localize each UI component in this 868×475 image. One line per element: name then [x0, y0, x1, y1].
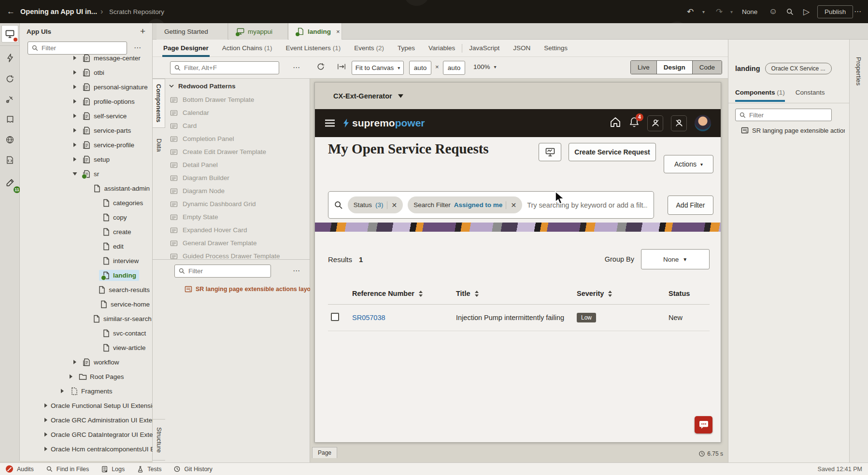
zoom-select[interactable]: 100%▾ — [473, 63, 497, 70]
redwood-patterns-section-header[interactable]: Redwood Patterns — [169, 83, 236, 90]
extension-scope-pill[interactable]: Oracle CX Service ... — [765, 63, 832, 74]
chevron-right-icon[interactable] — [44, 418, 48, 422]
component-item-diagram-builder[interactable]: Diagram Builder — [169, 171, 310, 184]
column-header-status[interactable]: Status — [669, 290, 707, 297]
chevron-right-icon[interactable] — [44, 432, 48, 437]
action-chains-rail-icon[interactable] — [1, 49, 18, 67]
tab-page-designer[interactable]: Page Designer — [157, 40, 215, 57]
chevron-right-icon[interactable] — [70, 128, 80, 133]
mode-code[interactable]: Code — [693, 61, 722, 74]
chevron-down-icon[interactable] — [70, 172, 80, 176]
avatar[interactable] — [695, 115, 711, 131]
tree-item-copy[interactable]: copy — [20, 210, 153, 224]
tree-item-service-home[interactable]: service-home — [20, 297, 153, 311]
chevron-right-icon[interactable] — [70, 70, 80, 75]
editor-tab-landing[interactable]: landing× — [289, 23, 342, 40]
tab-variables[interactable]: Variables — [422, 40, 462, 57]
chevron-right-icon[interactable] — [70, 157, 80, 162]
service-request-search-bar[interactable]: Status (3) ✕ Search Filter Assigned to m… — [328, 191, 654, 219]
tab-action-chains[interactable]: Action Chains(1) — [215, 40, 279, 57]
add-app-ui-icon[interactable]: + — [140, 26, 145, 37]
chevron-right-icon[interactable] — [70, 56, 80, 60]
preview-icon[interactable]: ▷ — [803, 0, 810, 23]
resize-canvas-icon[interactable] — [337, 63, 346, 70]
undo-menu-caret[interactable]: ▾ — [702, 0, 705, 23]
chevron-right-icon[interactable] — [44, 403, 48, 408]
component-item-bottom-drawer-template[interactable]: Bottom Drawer Template — [169, 93, 310, 106]
chevron-right-icon[interactable] — [66, 374, 76, 379]
sandbox-mode[interactable]: None — [742, 0, 757, 23]
tree-item-otbi[interactable]: otbi — [20, 65, 153, 80]
component-item-dynamic-dashboard-grid[interactable]: Dynamic Dashboard Grid — [169, 197, 310, 210]
tree-item-interview[interactable]: interview — [20, 253, 153, 268]
component-item-create-edit-drawer-template[interactable]: Create Edit Drawer Template — [169, 145, 310, 158]
component-item-detail-panel[interactable]: Detail Panel — [169, 158, 310, 171]
extensions-rail-icon[interactable] — [1, 111, 18, 128]
component-item-empty-state[interactable]: Empty State — [169, 210, 310, 224]
publish-button[interactable]: Publish — [817, 5, 853, 18]
globe-rail-icon[interactable] — [1, 131, 18, 148]
layouts-filter-menu-icon[interactable]: ⋯ — [293, 266, 300, 275]
presentation-mode-button[interactable] — [539, 143, 561, 161]
chevron-right-icon[interactable] — [44, 447, 48, 451]
chevron-down-icon[interactable] — [398, 94, 403, 98]
component-item-calendar[interactable]: Calendar — [169, 106, 310, 119]
tree-item-search-results[interactable]: search-results — [20, 282, 153, 297]
processes-rail-icon[interactable] — [1, 70, 18, 87]
tree-item-fragments[interactable]: Fragments — [20, 384, 153, 398]
source-files-rail-icon[interactable] — [1, 151, 18, 168]
search-icon[interactable] — [786, 0, 794, 23]
components-filter-menu-icon[interactable]: ⋯ — [293, 63, 300, 72]
tree-item-svc-contact[interactable]: svc-contact — [20, 326, 153, 340]
git-history-button[interactable]: Git History — [174, 466, 212, 473]
chevron-right-icon[interactable] — [57, 389, 67, 393]
chevron-right-icon[interactable] — [70, 84, 80, 89]
tree-item-setup[interactable]: setup — [20, 152, 153, 167]
tree-item-oracle-grc-dataintegrator-ui-exten[interactable]: Oracle GRC DataIntegrator UI Exten — [20, 427, 153, 442]
component-item-diagram-node[interactable]: Diagram Node — [169, 184, 310, 197]
tree-item-message-center[interactable]: message-center — [20, 51, 153, 65]
tab-event-listeners[interactable]: Event Listeners(1) — [279, 40, 348, 57]
canvas-height-input[interactable]: auto — [443, 61, 465, 75]
row-checkbox[interactable] — [331, 313, 339, 321]
tab-settings[interactable]: Settings — [537, 40, 574, 57]
search-filter-chip[interactable]: Search Filter Assigned to me ✕ — [408, 196, 522, 213]
status-filter-chip[interactable]: Status (3) ✕ — [348, 196, 403, 213]
git-changes-rail-icon[interactable]: 11 — [1, 174, 18, 191]
tree-item-sr[interactable]: sr — [20, 167, 153, 181]
tree-item-create[interactable]: create — [20, 224, 153, 239]
add-filter-button[interactable]: Add Filter — [668, 196, 713, 215]
tab-structure[interactable]: Structure — [153, 419, 165, 461]
tab-components-right[interactable]: Components (1) — [735, 89, 785, 102]
home-icon[interactable] — [610, 117, 621, 129]
components-filter-input[interactable]: Filter, Alt+F — [170, 61, 279, 74]
mode-design[interactable]: Design — [657, 61, 693, 74]
user-slash-alt-icon[interactable] — [671, 115, 687, 131]
layouts-filter-input[interactable]: Filter — [174, 265, 271, 278]
tests-button[interactable]: Tests — [137, 466, 161, 473]
overflow-menu-icon[interactable]: ⋯ — [854, 0, 862, 23]
tree-item-oracle-hcm-centralcomponentsui-e[interactable]: Oracle Hcm centralcomponentsUI E — [20, 442, 153, 456]
component-item-card[interactable]: Card — [169, 119, 310, 132]
feedback-icon[interactable]: ☺ — [769, 0, 777, 23]
tab-types[interactable]: Types — [391, 40, 422, 57]
right-panel-filter-input[interactable]: Filter — [735, 109, 832, 121]
tree-item-oracle-grc-administration-ui-exten[interactable]: Oracle GRC Administration UI Exten — [20, 413, 153, 427]
logs-button[interactable]: Logs — [101, 466, 125, 473]
tree-item-workflow[interactable]: workflow — [20, 355, 153, 369]
tree-item-similar-sr-search[interactable]: similar-sr-search — [20, 311, 153, 326]
notifications-bell-icon[interactable]: 4 — [629, 117, 640, 130]
component-item-expanded-hover-card[interactable]: Expanded Hover Card — [169, 224, 310, 237]
chevron-right-icon[interactable] — [70, 113, 80, 118]
tree-item-self-service[interactable]: self-service — [20, 109, 153, 123]
reference-number-link[interactable]: SR057038 — [352, 314, 385, 321]
tree-item-view-article[interactable]: view-article — [20, 340, 153, 355]
custom-layout-item[interactable]: SR langing page extensible actions layou… — [185, 285, 316, 293]
chevron-right-icon[interactable] — [70, 360, 80, 364]
tree-item-service-parts[interactable]: service-parts — [20, 123, 153, 138]
tree-item-landing[interactable]: landing — [20, 268, 153, 282]
services-rail-icon[interactable] — [1, 90, 18, 108]
app-selector[interactable]: CX-Ext-Generator — [333, 92, 392, 100]
tree-item-categories[interactable]: categories — [20, 196, 153, 210]
user-slash-icon[interactable] — [647, 115, 663, 131]
